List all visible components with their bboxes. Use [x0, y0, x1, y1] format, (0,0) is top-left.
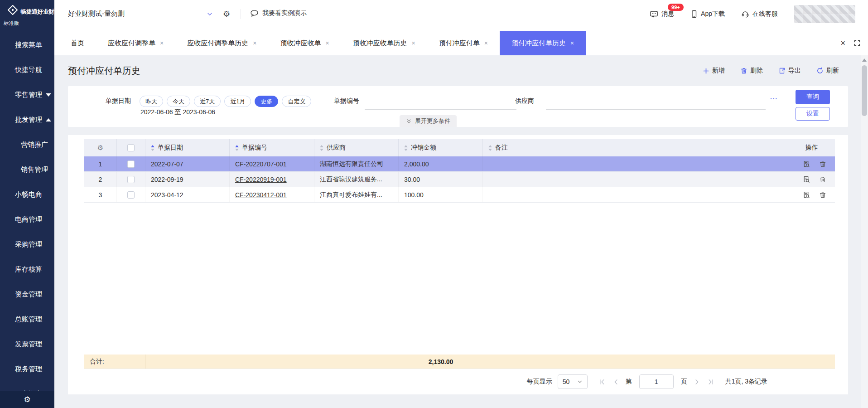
sort-icons[interactable] [488, 145, 492, 151]
delete-button[interactable]: 删除 [740, 67, 763, 75]
trash-icon [740, 67, 747, 74]
expand-more-conditions[interactable]: 展开更多条件 [400, 115, 457, 127]
pill-last7days[interactable]: 近7天 [194, 96, 221, 107]
sort-icons[interactable] [404, 145, 408, 151]
view-detail-icon[interactable] [802, 160, 810, 168]
export-button[interactable]: 导出 [778, 67, 801, 75]
sort-icons[interactable] [235, 145, 239, 151]
user-account-blurred[interactable] [794, 5, 855, 23]
sidebar-menu: 搜索菜单 快捷导航 零售管理 批发管理 营销推广 销售管理 小畅电商 电商管理 … [0, 28, 54, 407]
sidebar-item-inventory[interactable]: 库存核算 [0, 257, 54, 282]
page-number-input[interactable] [639, 374, 674, 389]
tab-home[interactable]: 首页 [59, 31, 96, 55]
sort-icons[interactable] [151, 145, 154, 151]
col-header-supplier[interactable]: 供应商 [314, 139, 399, 156]
close-icon[interactable]: × [484, 40, 488, 46]
select-all-checkbox[interactable] [127, 144, 135, 151]
row-checkbox[interactable] [127, 176, 135, 183]
doc-no-input[interactable] [365, 97, 516, 110]
close-icon[interactable]: × [160, 40, 164, 46]
close-icon[interactable]: × [253, 40, 256, 46]
doc-no-link[interactable]: CF-20220919-001 [235, 176, 287, 183]
tab-prepay-offset[interactable]: 预付冲应付单 × [427, 31, 500, 55]
prev-page-icon[interactable] [612, 379, 619, 385]
sidebar-item-quick-nav[interactable]: 快捷导航 [0, 58, 54, 83]
sidebar-item-search-menu[interactable]: 搜索菜单 [0, 33, 54, 58]
online-support-button[interactable]: 在线客服 [741, 10, 778, 18]
pill-custom[interactable]: 自定义 [282, 96, 311, 107]
close-all-tabs-icon[interactable]: × [840, 39, 845, 47]
pill-yesterday[interactable]: 昨天 [140, 96, 163, 107]
pill-more[interactable]: 更多 [255, 96, 278, 107]
delete-row-icon[interactable] [819, 160, 826, 168]
sidebar-item-tax[interactable]: 税务管理 [0, 357, 54, 382]
demo-link[interactable]: 我要看实例演示 [250, 9, 307, 17]
sidebar-item-general-ledger[interactable]: 总账管理 [0, 307, 54, 332]
search-button[interactable]: 查询 [796, 90, 830, 104]
column-settings-gear-icon[interactable]: ⚙ [97, 144, 103, 152]
tab-adjust-doc[interactable]: 应收应付调整单 × [96, 31, 175, 55]
sidebar-item-sales[interactable]: 销售管理 [0, 157, 54, 182]
page-title: 预付冲应付单历史 [68, 65, 140, 77]
app-download-button[interactable]: App下载 [690, 10, 725, 18]
cell-supplier: 江西真可爱布娃娃有... [314, 187, 399, 202]
view-detail-icon[interactable] [802, 191, 810, 199]
table-row[interactable]: 2 2022-09-19 CF-20220919-001 江西省琼汉建筑服务..… [84, 172, 835, 187]
col-header-remark[interactable]: 备注 [483, 139, 788, 156]
date-range-value[interactable]: 2022-06-06 至 2023-06-06 [140, 108, 215, 117]
settings-button[interactable]: 设置 [796, 107, 830, 121]
per-page-select[interactable]: 50 [558, 374, 588, 389]
tab-adjust-doc-history[interactable]: 应收应付调整单历史 × [175, 31, 268, 55]
sidebar-item-ecommerce[interactable]: 电商管理 [0, 207, 54, 232]
sidebar-item-wholesale[interactable]: 批发管理 [0, 107, 54, 132]
doc-no-link[interactable]: CF-20230412-001 [235, 191, 287, 199]
supplier-input[interactable] [546, 97, 766, 110]
gear-icon[interactable]: ⚙ [24, 395, 30, 404]
doc-no-link[interactable]: CF-20220707-001 [235, 160, 287, 168]
tab-prereceive-offset-history[interactable]: 预收冲应收单历史 × [341, 31, 427, 55]
close-icon[interactable]: × [412, 40, 415, 46]
scrollbar-thumb[interactable] [862, 65, 867, 116]
close-icon[interactable]: × [325, 40, 329, 46]
delete-row-icon[interactable] [819, 176, 826, 183]
sidebar-item-xiaochang-ecom[interactable]: 小畅电商 [0, 182, 54, 207]
cell-date: 2023-04-12 [145, 187, 230, 202]
table-row[interactable]: 3 2023-04-12 CF-20230412-001 江西真可爱布娃娃有..… [84, 187, 835, 203]
tab-prereceive-offset[interactable]: 预收冲应收单 × [268, 31, 341, 55]
refresh-button[interactable]: 刷新 [816, 67, 839, 75]
first-page-icon[interactable] [598, 379, 605, 385]
supplier-picker-ellipsis[interactable]: ··· [770, 95, 778, 102]
scroll-up-arrow-icon[interactable] [862, 58, 867, 62]
pill-today[interactable]: 今天 [167, 96, 190, 107]
row-checkbox[interactable] [127, 191, 135, 199]
sidebar-item-funds[interactable]: 资金管理 [0, 282, 54, 307]
next-page-icon[interactable] [694, 379, 700, 385]
phone-icon [690, 10, 698, 18]
delete-row-icon[interactable] [819, 191, 826, 199]
last-page-icon[interactable] [708, 379, 714, 385]
col-header-amount[interactable]: 冲销金额 [399, 139, 483, 156]
sort-icons[interactable] [320, 145, 323, 151]
sidebar-item-retail[interactable]: 零售管理 [0, 83, 54, 107]
sidebar-item-marketing[interactable]: 营销推广 [0, 132, 54, 157]
row-checkbox[interactable] [127, 160, 135, 168]
fullscreen-icon[interactable] [854, 39, 861, 47]
tab-prepay-offset-history[interactable]: 预付冲应付单历史 × [500, 31, 586, 55]
col-header-doc-no[interactable]: 单据编号 [230, 139, 314, 156]
gear-icon[interactable]: ⚙ [223, 10, 230, 19]
vertical-scrollbar[interactable] [861, 55, 868, 408]
messages-button[interactable]: 99+ 消息 [650, 10, 674, 18]
chevron-down-icon [577, 379, 583, 384]
account-select[interactable]: 好业财测试-量勿删 [68, 6, 213, 22]
table-panel: ⚙ 单据日期 单据编号 供应商 [68, 135, 848, 394]
sidebar-item-purchase[interactable]: 采购管理 [0, 232, 54, 257]
add-button[interactable]: 新增 [703, 67, 725, 75]
col-header-date[interactable]: 单据日期 [145, 139, 230, 156]
table-row[interactable]: 1 2022-07-07 CF-20220707-001 湖南恒远有限责任公司 … [84, 156, 835, 172]
total-row: 合计: 2,130.00 [84, 355, 835, 369]
sidebar-item-invoice[interactable]: 发票管理 [0, 332, 54, 357]
pill-last1month[interactable]: 近1月 [224, 96, 251, 107]
close-icon[interactable]: × [570, 40, 574, 46]
view-detail-icon[interactable] [802, 175, 810, 183]
cell-supplier: 湖南恒远有限责任公司 [314, 156, 399, 171]
